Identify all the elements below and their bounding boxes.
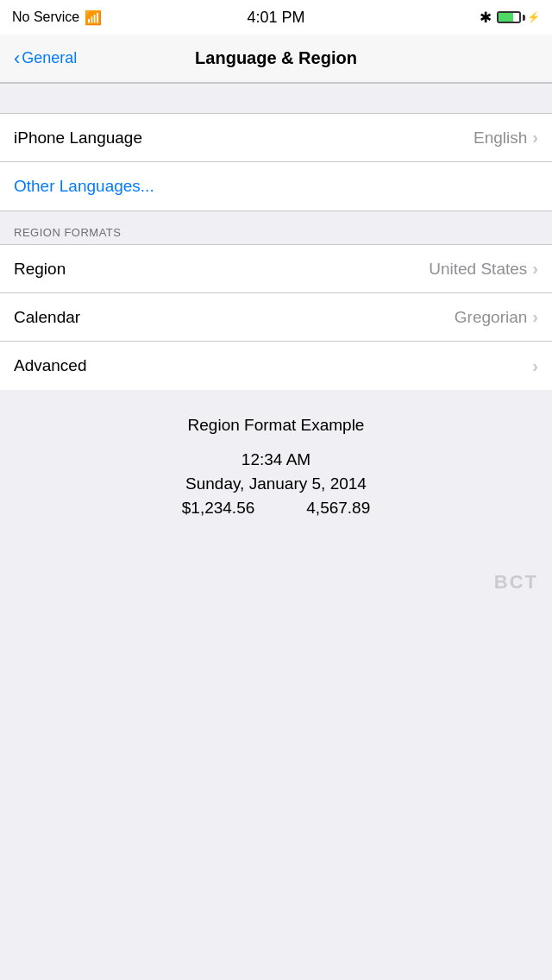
- calendar-value: Gregorian: [455, 308, 528, 327]
- advanced-label: Advanced: [14, 356, 87, 375]
- status-left: No Service 📶: [12, 9, 102, 26]
- top-section-gap: [0, 83, 552, 114]
- advanced-chevron-icon: ›: [532, 356, 538, 376]
- other-languages-label: Other Languages...: [14, 177, 154, 196]
- iphone-language-value: English: [474, 129, 527, 148]
- battery-indicator: ⚡: [497, 11, 540, 23]
- charging-icon: ⚡: [527, 11, 540, 23]
- nav-bar: ‹ General Language & Region: [0, 35, 552, 83]
- status-time: 4:01 PM: [247, 9, 304, 27]
- wifi-icon: 📶: [85, 9, 102, 26]
- iphone-language-value-wrap: English ›: [474, 128, 538, 148]
- iphone-language-label: iPhone Language: [14, 129, 142, 148]
- calendar-label: Calendar: [14, 308, 80, 327]
- example-number: 4,567.89: [306, 499, 370, 518]
- advanced-value-wrap: ›: [532, 356, 538, 376]
- language-group: iPhone Language English › Other Language…: [0, 114, 552, 210]
- iphone-language-chevron-icon: ›: [532, 128, 538, 148]
- calendar-row[interactable]: Calendar Gregorian ›: [0, 293, 552, 342]
- region-formats-label: REGION FORMATS: [14, 226, 121, 239]
- page-title: Language & Region: [195, 48, 357, 68]
- watermark: BCT: [0, 562, 552, 602]
- region-label: Region: [14, 260, 66, 279]
- back-button[interactable]: ‹ General: [14, 47, 77, 70]
- back-label: General: [22, 49, 77, 67]
- status-right: ✱ ⚡: [480, 9, 540, 27]
- example-numbers: $1,234.56 4,567.89: [17, 499, 535, 518]
- region-formats-divider: REGION FORMATS: [0, 210, 552, 245]
- region-format-example: Region Format Example 12:34 AM Sunday, J…: [0, 390, 552, 562]
- iphone-language-row[interactable]: iPhone Language English ›: [0, 114, 552, 162]
- example-date: Sunday, January 5, 2014: [17, 474, 535, 493]
- other-languages-row[interactable]: Other Languages...: [0, 162, 552, 210]
- calendar-chevron-icon: ›: [532, 307, 538, 327]
- advanced-row[interactable]: Advanced ›: [0, 342, 552, 390]
- region-row[interactable]: Region United States ›: [0, 245, 552, 293]
- region-value: United States: [429, 260, 527, 279]
- region-chevron-icon: ›: [532, 259, 538, 279]
- back-chevron-icon: ‹: [14, 47, 20, 70]
- example-time: 12:34 AM: [17, 450, 535, 469]
- carrier-label: No Service: [12, 9, 79, 25]
- region-formats-group: Region United States › Calendar Gregoria…: [0, 245, 552, 390]
- status-bar: No Service 📶 4:01 PM ✱ ⚡: [0, 0, 552, 35]
- calendar-value-wrap: Gregorian ›: [455, 307, 538, 327]
- example-title: Region Format Example: [17, 416, 535, 435]
- bluetooth-icon: ✱: [480, 9, 492, 27]
- example-currency: $1,234.56: [182, 499, 255, 518]
- region-value-wrap: United States ›: [429, 259, 538, 279]
